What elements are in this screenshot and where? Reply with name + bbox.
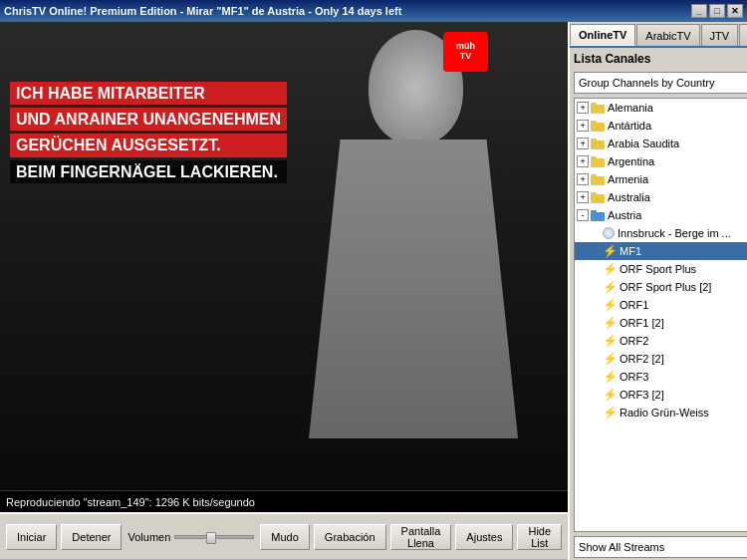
tree-item-orf2-2[interactable]: ⚡ ORF2 [2] xyxy=(575,350,747,368)
tree-item-label: Radio Grün-Weiss xyxy=(620,407,709,419)
overlay-line4: BEIM FINGERNÄGEL LACKIEREN. xyxy=(10,160,287,183)
tree-item-orf2[interactable]: ⚡ ORF2 xyxy=(575,332,747,350)
expand-icon[interactable]: - xyxy=(577,209,589,221)
expand-icon[interactable]: + xyxy=(577,120,589,132)
ajustes-button[interactable]: Ajustes xyxy=(455,524,513,550)
expand-icon[interactable]: + xyxy=(577,155,589,167)
volume-label: Volumen xyxy=(127,531,170,543)
mudo-button[interactable]: Mudo xyxy=(260,524,310,550)
expand-icon[interactable]: + xyxy=(577,173,589,185)
expand-icon[interactable]: + xyxy=(577,191,589,203)
folder-icon xyxy=(591,138,605,149)
tree-item-australia[interactable]: + Australia xyxy=(575,188,747,206)
folder-icon xyxy=(591,120,605,132)
tree-item-mf1[interactable]: ⚡ MF1 xyxy=(575,242,747,260)
flash-icon: ⚡ xyxy=(603,352,617,366)
overlay-line1: ICH HABE MITARBEITER xyxy=(10,82,287,105)
minimize-button[interactable]: _ xyxy=(691,4,707,18)
panel-header: Lista Canales v ✕ xyxy=(570,48,747,70)
video-area: ICH HABE MITARBEITER UND ANRAINER UNANGE… xyxy=(0,22,568,490)
open-folder-icon xyxy=(591,209,605,221)
tab-onlinetv[interactable]: OnlineTV xyxy=(570,24,635,46)
tree-item-argentina[interactable]: + Argentina xyxy=(575,152,747,170)
tree-item-label: ORF3 [2] xyxy=(620,389,664,401)
tabs-container: OnlineTV ArabicTV JTV Ver... ◄ xyxy=(570,22,747,48)
svg-rect-9 xyxy=(591,174,597,178)
flash-icon: ⚡ xyxy=(603,262,617,276)
svg-rect-7 xyxy=(591,156,597,160)
tree-item-orf-sport-plus2[interactable]: ⚡ ORF Sport Plus [2] xyxy=(575,278,747,296)
tree-item-orf-sport-plus[interactable]: ⚡ ORF Sport Plus xyxy=(575,260,747,278)
status-text: Reproduciendo "stream_149": 1296 K bits/… xyxy=(6,496,255,508)
tree-item-label: Australia xyxy=(608,191,650,203)
tree-item-label: ORF2 xyxy=(620,335,648,347)
expand-icon[interactable]: + xyxy=(577,138,589,149)
hide-list-button[interactable]: Hide List xyxy=(517,524,562,550)
streams-dropdown[interactable]: Show All Streams ▼ xyxy=(574,536,747,558)
group-dropdown-label: Group Channels by Country xyxy=(579,77,714,89)
tree-item-orf1-2[interactable]: ⚡ ORF1 [2] xyxy=(575,314,747,332)
pantalla-button[interactable]: Pantalla Llena xyxy=(390,524,452,550)
volume-track[interactable] xyxy=(174,535,254,539)
title-bar: ChrisTV Online! Premium Edition - Mirar … xyxy=(0,0,747,22)
tree-item-orf3-2[interactable]: ⚡ ORF3 [2] xyxy=(575,386,747,404)
tree-item-label: MF1 xyxy=(620,245,641,257)
tree-item-radio-grun[interactable]: ⚡ Radio Grün-Weiss xyxy=(575,404,747,421)
tree-item-alemania[interactable]: + Alemania xyxy=(575,99,747,117)
channel-tree[interactable]: + Alemania + Antártida + xyxy=(574,98,747,532)
tab-jtv[interactable]: JTV xyxy=(701,24,739,46)
folder-icon xyxy=(591,191,605,203)
flash-icon: ⚡ xyxy=(603,334,617,348)
tree-item-label: Alemania xyxy=(608,102,653,114)
globe-icon xyxy=(603,227,615,239)
status-bar: Reproduciendo "stream_149": 1296 K bits/… xyxy=(0,490,568,512)
tree-item-antartida[interactable]: + Antártida xyxy=(575,117,747,135)
tree-item-orf1[interactable]: ⚡ ORF1 xyxy=(575,296,747,314)
tree-item-label: ORF Sport Plus [2] xyxy=(620,281,711,293)
tree-item-label: Austria xyxy=(608,209,641,221)
tree-item-label: Argentina xyxy=(608,155,654,167)
maximize-button[interactable]: □ xyxy=(709,4,725,18)
tab-arabictv[interactable]: ArabicTV xyxy=(636,24,699,46)
tree-item-austria[interactable]: - Austria xyxy=(575,206,747,224)
grabacion-button[interactable]: Grabación xyxy=(314,524,386,550)
flash-icon: ⚡ xyxy=(603,406,617,420)
tree-item-label: Innsbruck - Berge im ... xyxy=(618,227,731,239)
tree-item-label: ORF1 xyxy=(620,299,648,311)
tree-item-label: ORF2 [2] xyxy=(620,353,664,365)
volume-thumb[interactable] xyxy=(206,532,216,544)
tree-item-label: Antártida xyxy=(608,120,651,132)
flash-icon: ⚡ xyxy=(603,316,617,330)
flash-icon: ⚡ xyxy=(603,388,617,402)
svg-rect-11 xyxy=(591,192,597,196)
video-panel: ICH HABE MITARBEITER UND ANRAINER UNANGE… xyxy=(0,22,568,560)
tab-ver[interactable]: Ver... xyxy=(739,24,747,46)
svg-rect-3 xyxy=(591,121,597,125)
tree-item-label: Arabia Saudita xyxy=(608,138,679,149)
right-panel: OnlineTV ArabicTV JTV Ver... ◄ Lista Can… xyxy=(568,22,747,560)
iniciar-button[interactable]: Iniciar xyxy=(6,524,57,550)
tree-item-armenia[interactable]: + Armenia xyxy=(575,170,747,188)
svg-rect-13 xyxy=(591,210,597,214)
folder-icon xyxy=(591,102,605,114)
svg-rect-1 xyxy=(591,103,597,107)
window-title: ChrisTV Online! Premium Edition - Mirar … xyxy=(4,5,401,17)
tree-item-label: Armenia xyxy=(608,173,648,185)
close-button[interactable]: ✕ xyxy=(727,4,743,18)
flash-icon: ⚡ xyxy=(603,298,617,312)
window-controls[interactable]: _ □ ✕ xyxy=(691,4,743,18)
tree-item-arabia[interactable]: + Arabia Saudita xyxy=(575,135,747,152)
overlay-line3: GERÜCHEN AUSGESETZT. xyxy=(10,134,287,156)
group-dropdown[interactable]: Group Channels by Country ▼ xyxy=(574,72,747,94)
controls-bar: Iniciar Detener Volumen Mudo Grabación P… xyxy=(0,512,568,560)
flash-icon: ⚡ xyxy=(603,280,617,294)
tree-item-label: ORF1 [2] xyxy=(620,317,664,329)
panel-title: Lista Canales xyxy=(574,52,650,66)
tree-item-orf3[interactable]: ⚡ ORF3 xyxy=(575,368,747,386)
flash-icon: ⚡ xyxy=(603,244,617,258)
tree-item-innsbruck[interactable]: Innsbruck - Berge im ... xyxy=(575,224,747,242)
channel-logo: mühTV xyxy=(443,32,488,72)
expand-icon[interactable]: + xyxy=(577,102,589,114)
detener-button[interactable]: Detener xyxy=(61,524,122,550)
volume-section: Volumen xyxy=(127,531,254,543)
